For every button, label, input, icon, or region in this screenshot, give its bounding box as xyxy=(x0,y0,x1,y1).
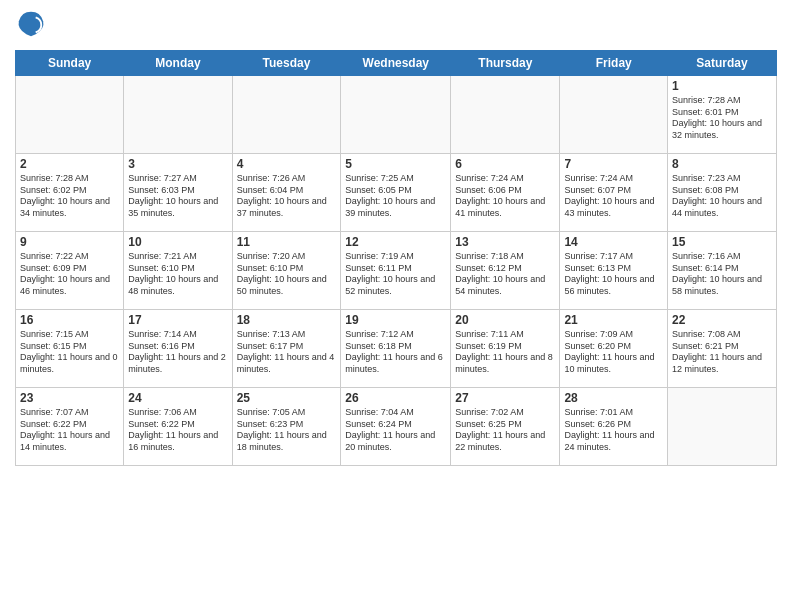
calendar-cell: 12Sunrise: 7:19 AM Sunset: 6:11 PM Dayli… xyxy=(341,232,451,310)
day-number: 23 xyxy=(20,391,119,405)
calendar-cell xyxy=(341,76,451,154)
day-number: 26 xyxy=(345,391,446,405)
calendar-cell: 6Sunrise: 7:24 AM Sunset: 6:06 PM Daylig… xyxy=(451,154,560,232)
calendar-week-row: 1Sunrise: 7:28 AM Sunset: 6:01 PM Daylig… xyxy=(16,76,777,154)
logo-icon xyxy=(17,10,45,38)
calendar-week-row: 16Sunrise: 7:15 AM Sunset: 6:15 PM Dayli… xyxy=(16,310,777,388)
calendar-cell: 4Sunrise: 7:26 AM Sunset: 6:04 PM Daylig… xyxy=(232,154,341,232)
calendar-cell: 15Sunrise: 7:16 AM Sunset: 6:14 PM Dayli… xyxy=(668,232,777,310)
calendar-cell: 23Sunrise: 7:07 AM Sunset: 6:22 PM Dayli… xyxy=(16,388,124,466)
calendar-cell: 16Sunrise: 7:15 AM Sunset: 6:15 PM Dayli… xyxy=(16,310,124,388)
days-of-week-row: SundayMondayTuesdayWednesdayThursdayFrid… xyxy=(16,51,777,76)
day-info: Sunrise: 7:28 AM Sunset: 6:01 PM Dayligh… xyxy=(672,95,772,142)
logo xyxy=(15,10,45,42)
day-info: Sunrise: 7:02 AM Sunset: 6:25 PM Dayligh… xyxy=(455,407,555,454)
day-number: 18 xyxy=(237,313,337,327)
day-number: 4 xyxy=(237,157,337,171)
day-info: Sunrise: 7:17 AM Sunset: 6:13 PM Dayligh… xyxy=(564,251,663,298)
calendar-cell: 2Sunrise: 7:28 AM Sunset: 6:02 PM Daylig… xyxy=(16,154,124,232)
calendar-cell: 21Sunrise: 7:09 AM Sunset: 6:20 PM Dayli… xyxy=(560,310,668,388)
day-number: 13 xyxy=(455,235,555,249)
day-info: Sunrise: 7:13 AM Sunset: 6:17 PM Dayligh… xyxy=(237,329,337,376)
day-number: 1 xyxy=(672,79,772,93)
calendar-cell xyxy=(668,388,777,466)
day-info: Sunrise: 7:01 AM Sunset: 6:26 PM Dayligh… xyxy=(564,407,663,454)
day-number: 27 xyxy=(455,391,555,405)
calendar-cell xyxy=(124,76,232,154)
calendar-week-row: 23Sunrise: 7:07 AM Sunset: 6:22 PM Dayli… xyxy=(16,388,777,466)
day-info: Sunrise: 7:19 AM Sunset: 6:11 PM Dayligh… xyxy=(345,251,446,298)
calendar-cell: 26Sunrise: 7:04 AM Sunset: 6:24 PM Dayli… xyxy=(341,388,451,466)
day-info: Sunrise: 7:08 AM Sunset: 6:21 PM Dayligh… xyxy=(672,329,772,376)
calendar-week-row: 9Sunrise: 7:22 AM Sunset: 6:09 PM Daylig… xyxy=(16,232,777,310)
day-info: Sunrise: 7:23 AM Sunset: 6:08 PM Dayligh… xyxy=(672,173,772,220)
day-info: Sunrise: 7:28 AM Sunset: 6:02 PM Dayligh… xyxy=(20,173,119,220)
day-info: Sunrise: 7:26 AM Sunset: 6:04 PM Dayligh… xyxy=(237,173,337,220)
calendar-cell: 8Sunrise: 7:23 AM Sunset: 6:08 PM Daylig… xyxy=(668,154,777,232)
calendar-cell: 17Sunrise: 7:14 AM Sunset: 6:16 PM Dayli… xyxy=(124,310,232,388)
calendar-cell xyxy=(451,76,560,154)
calendar-cell: 14Sunrise: 7:17 AM Sunset: 6:13 PM Dayli… xyxy=(560,232,668,310)
day-of-week-header: Saturday xyxy=(668,51,777,76)
day-info: Sunrise: 7:07 AM Sunset: 6:22 PM Dayligh… xyxy=(20,407,119,454)
day-of-week-header: Wednesday xyxy=(341,51,451,76)
calendar-cell xyxy=(16,76,124,154)
calendar-cell: 20Sunrise: 7:11 AM Sunset: 6:19 PM Dayli… xyxy=(451,310,560,388)
day-info: Sunrise: 7:05 AM Sunset: 6:23 PM Dayligh… xyxy=(237,407,337,454)
day-number: 24 xyxy=(128,391,227,405)
header xyxy=(15,10,777,42)
day-number: 14 xyxy=(564,235,663,249)
calendar-cell: 11Sunrise: 7:20 AM Sunset: 6:10 PM Dayli… xyxy=(232,232,341,310)
day-number: 2 xyxy=(20,157,119,171)
day-number: 11 xyxy=(237,235,337,249)
day-number: 19 xyxy=(345,313,446,327)
day-number: 20 xyxy=(455,313,555,327)
calendar-cell: 22Sunrise: 7:08 AM Sunset: 6:21 PM Dayli… xyxy=(668,310,777,388)
day-number: 28 xyxy=(564,391,663,405)
day-number: 7 xyxy=(564,157,663,171)
calendar-cell: 19Sunrise: 7:12 AM Sunset: 6:18 PM Dayli… xyxy=(341,310,451,388)
day-of-week-header: Sunday xyxy=(16,51,124,76)
day-number: 22 xyxy=(672,313,772,327)
day-of-week-header: Thursday xyxy=(451,51,560,76)
day-info: Sunrise: 7:18 AM Sunset: 6:12 PM Dayligh… xyxy=(455,251,555,298)
day-info: Sunrise: 7:16 AM Sunset: 6:14 PM Dayligh… xyxy=(672,251,772,298)
day-info: Sunrise: 7:24 AM Sunset: 6:06 PM Dayligh… xyxy=(455,173,555,220)
day-info: Sunrise: 7:22 AM Sunset: 6:09 PM Dayligh… xyxy=(20,251,119,298)
day-info: Sunrise: 7:24 AM Sunset: 6:07 PM Dayligh… xyxy=(564,173,663,220)
day-number: 17 xyxy=(128,313,227,327)
day-info: Sunrise: 7:15 AM Sunset: 6:15 PM Dayligh… xyxy=(20,329,119,376)
day-info: Sunrise: 7:06 AM Sunset: 6:22 PM Dayligh… xyxy=(128,407,227,454)
calendar-cell xyxy=(560,76,668,154)
calendar-cell: 10Sunrise: 7:21 AM Sunset: 6:10 PM Dayli… xyxy=(124,232,232,310)
calendar-cell: 3Sunrise: 7:27 AM Sunset: 6:03 PM Daylig… xyxy=(124,154,232,232)
calendar-cell: 13Sunrise: 7:18 AM Sunset: 6:12 PM Dayli… xyxy=(451,232,560,310)
day-number: 16 xyxy=(20,313,119,327)
calendar-cell xyxy=(232,76,341,154)
day-info: Sunrise: 7:04 AM Sunset: 6:24 PM Dayligh… xyxy=(345,407,446,454)
day-number: 12 xyxy=(345,235,446,249)
day-number: 3 xyxy=(128,157,227,171)
calendar-cell: 5Sunrise: 7:25 AM Sunset: 6:05 PM Daylig… xyxy=(341,154,451,232)
day-info: Sunrise: 7:21 AM Sunset: 6:10 PM Dayligh… xyxy=(128,251,227,298)
calendar-cell: 24Sunrise: 7:06 AM Sunset: 6:22 PM Dayli… xyxy=(124,388,232,466)
calendar-body: 1Sunrise: 7:28 AM Sunset: 6:01 PM Daylig… xyxy=(16,76,777,466)
day-info: Sunrise: 7:09 AM Sunset: 6:20 PM Dayligh… xyxy=(564,329,663,376)
day-info: Sunrise: 7:27 AM Sunset: 6:03 PM Dayligh… xyxy=(128,173,227,220)
day-info: Sunrise: 7:12 AM Sunset: 6:18 PM Dayligh… xyxy=(345,329,446,376)
calendar-cell: 1Sunrise: 7:28 AM Sunset: 6:01 PM Daylig… xyxy=(668,76,777,154)
calendar-cell: 7Sunrise: 7:24 AM Sunset: 6:07 PM Daylig… xyxy=(560,154,668,232)
day-info: Sunrise: 7:20 AM Sunset: 6:10 PM Dayligh… xyxy=(237,251,337,298)
day-number: 25 xyxy=(237,391,337,405)
calendar-cell: 18Sunrise: 7:13 AM Sunset: 6:17 PM Dayli… xyxy=(232,310,341,388)
day-of-week-header: Friday xyxy=(560,51,668,76)
calendar: SundayMondayTuesdayWednesdayThursdayFrid… xyxy=(15,50,777,466)
page-container: SundayMondayTuesdayWednesdayThursdayFrid… xyxy=(0,0,792,476)
calendar-cell: 28Sunrise: 7:01 AM Sunset: 6:26 PM Dayli… xyxy=(560,388,668,466)
calendar-cell: 25Sunrise: 7:05 AM Sunset: 6:23 PM Dayli… xyxy=(232,388,341,466)
day-of-week-header: Monday xyxy=(124,51,232,76)
day-number: 21 xyxy=(564,313,663,327)
day-info: Sunrise: 7:11 AM Sunset: 6:19 PM Dayligh… xyxy=(455,329,555,376)
day-info: Sunrise: 7:14 AM Sunset: 6:16 PM Dayligh… xyxy=(128,329,227,376)
day-number: 5 xyxy=(345,157,446,171)
